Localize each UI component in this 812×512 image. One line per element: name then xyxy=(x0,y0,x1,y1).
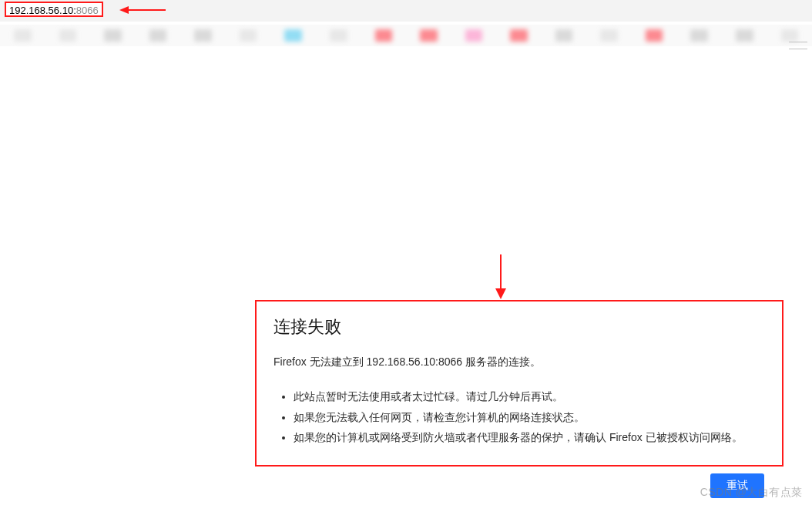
bookmarks-overflow-icon[interactable] xyxy=(789,42,807,49)
bookmark-favicon[interactable] xyxy=(465,29,483,42)
error-suggestion-item: 如果您无法载入任何网页，请检查您计算机的网络连接状态。 xyxy=(294,407,765,428)
address-bar[interactable]: 192.168.56.10:8066 xyxy=(0,0,812,22)
bookmark-favicon[interactable] xyxy=(646,29,663,42)
retry-button[interactable]: 重试 xyxy=(710,473,764,498)
bookmark-favicon[interactable] xyxy=(59,29,77,42)
bookmark-favicon[interactable] xyxy=(600,29,618,42)
bookmark-favicon[interactable] xyxy=(14,29,32,42)
annotation-arrow-down-icon xyxy=(493,254,508,299)
annotation-arrow-left-icon xyxy=(119,5,166,15)
bookmark-favicon[interactable] xyxy=(510,29,528,42)
url-port: 8066 xyxy=(76,5,99,16)
bookmark-favicon[interactable] xyxy=(690,29,708,42)
bookmark-favicon[interactable] xyxy=(284,29,302,42)
error-suggestions-list: 此站点暂时无法使用或者太过忙碌。请过几分钟后再试。 如果您无法载入任何网页，请检… xyxy=(294,386,765,448)
bookmarks-row xyxy=(0,29,812,42)
bookmark-favicon[interactable] xyxy=(194,29,212,42)
bookmark-favicon[interactable] xyxy=(149,29,167,42)
bookmark-favicon[interactable] xyxy=(781,29,799,42)
svg-marker-3 xyxy=(495,288,506,299)
bookmark-favicon[interactable] xyxy=(240,29,257,42)
bookmark-favicon[interactable] xyxy=(104,29,122,42)
bookmark-favicon[interactable] xyxy=(330,29,347,42)
connection-error-card: 连接失败 Firefox 无法建立到 192.168.56.10:8066 服务… xyxy=(255,300,783,467)
bookmark-favicon[interactable] xyxy=(420,29,438,42)
bookmark-favicon[interactable] xyxy=(375,29,393,42)
url-text[interactable]: 192.168.56.10:8066 xyxy=(5,2,103,17)
bookmark-favicon[interactable] xyxy=(555,29,573,42)
error-message: Firefox 无法建立到 192.168.56.10:8066 服务器的连接。 xyxy=(273,355,765,369)
bookmarks-toolbar[interactable] xyxy=(0,25,812,46)
error-suggestion-item: 如果您的计算机或网络受到防火墙或者代理服务器的保护，请确认 Firefox 已被… xyxy=(294,427,765,448)
svg-marker-1 xyxy=(119,6,129,14)
error-title: 连接失败 xyxy=(273,315,765,339)
bookmark-favicon[interactable] xyxy=(736,29,753,42)
error-suggestion-item: 此站点暂时无法使用或者太过忙碌。请过几分钟后再试。 xyxy=(294,386,765,407)
url-host: 192.168.56.10 xyxy=(9,5,73,16)
